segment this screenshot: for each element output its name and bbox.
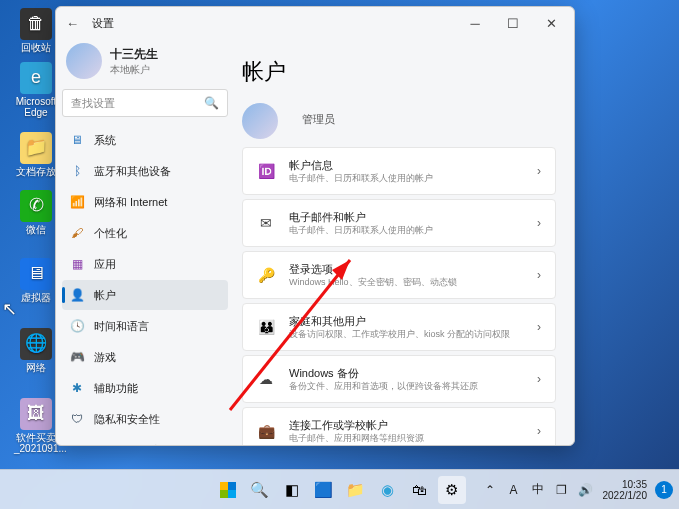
settings-card-0[interactable]: 🆔帐户信息电子邮件、日历和联系人使用的帐户› <box>242 147 556 195</box>
nav-item-7[interactable]: 🎮游戏 <box>62 342 228 372</box>
nav-icon: 👤 <box>70 288 84 302</box>
nav-icon: ᛒ <box>70 164 84 178</box>
search-icon: 🔍 <box>204 96 219 110</box>
nav-label: 系统 <box>94 133 116 148</box>
edge-taskbar[interactable]: ◉ <box>374 476 402 504</box>
clock[interactable]: 10:352022/1/20 <box>599 479 652 501</box>
main-panel: 帐户 管理员 🆔帐户信息电子邮件、日历和联系人使用的帐户›✉电子邮件和帐户电子邮… <box>236 39 574 445</box>
nav-icon: 🎮 <box>70 350 84 364</box>
nav-icon: 🖥 <box>70 133 84 147</box>
nav-item-6[interactable]: 🕓时间和语言 <box>62 311 228 341</box>
taskbar: 🔍 ◧ 🟦 📁 ◉ 🛍 ⚙ ⌃ A 中 ❐ 🔊 10:352022/1/20 1 <box>0 469 679 509</box>
sidebar: 十三先生 本地帐户 查找设置 🔍 🖥系统ᛒ蓝牙和其他设备📶网络和 Interne… <box>56 39 236 445</box>
start-button[interactable] <box>214 476 242 504</box>
card-icon: ☁ <box>257 371 275 387</box>
desktop-icon-recycle[interactable]: 🗑回收站 <box>14 8 58 53</box>
notification-badge[interactable]: 1 <box>655 481 673 499</box>
card-desc: Windows Hello、安全密钥、密码、动态锁 <box>289 277 523 288</box>
nav-icon: 🛡 <box>70 412 84 426</box>
page-title: 帐户 <box>242 57 556 87</box>
account-avatar <box>242 103 278 139</box>
desktop-icon-wechat[interactable]: ✆微信 <box>14 190 58 235</box>
desktop-icon-vm[interactable]: 🖥虚拟器 <box>14 258 58 303</box>
settings-card-2[interactable]: 🔑登录选项Windows Hello、安全密钥、密码、动态锁› <box>242 251 556 299</box>
maximize-button[interactable]: ☐ <box>494 9 532 37</box>
card-desc: 电子邮件、应用和网络等组织资源 <box>289 433 523 444</box>
desktop-icon-image[interactable]: 🖼软件买卖_2021091... <box>14 398 58 454</box>
widgets[interactable]: 🟦 <box>310 476 338 504</box>
nav-label: 个性化 <box>94 226 127 241</box>
settings-window: ← 设置 ─ ☐ ✕ 十三先生 本地帐户 查找设置 🔍 🖥系统ᛒ蓝牙和其他设备📶… <box>55 6 575 446</box>
tray-ime[interactable]: 中 <box>527 476 549 504</box>
card-title: 电子邮件和帐户 <box>289 210 523 225</box>
card-title: 登录选项 <box>289 262 523 277</box>
nav-label: 网络和 Internet <box>94 195 167 210</box>
chevron-right-icon: › <box>537 372 541 386</box>
card-icon: 👪 <box>257 319 275 335</box>
nav-item-8[interactable]: ✱辅助功能 <box>62 373 228 403</box>
card-icon: ✉ <box>257 215 275 231</box>
card-desc: 备份文件、应用和首选项，以便跨设备将其还原 <box>289 381 523 392</box>
card-title: 帐户信息 <box>289 158 523 173</box>
nav-icon: 📶 <box>70 195 84 209</box>
nav-item-10[interactable]: ⟳Windows 更新 <box>62 435 228 445</box>
nav-item-1[interactable]: ᛒ蓝牙和其他设备 <box>62 156 228 186</box>
settings-card-5[interactable]: 💼连接工作或学校帐户电子邮件、应用和网络等组织资源› <box>242 407 556 445</box>
taskbar-search[interactable]: 🔍 <box>246 476 274 504</box>
nav-label: 时间和语言 <box>94 319 149 334</box>
nav-item-3[interactable]: 🖌个性化 <box>62 218 228 248</box>
profile-block[interactable]: 十三先生 本地帐户 <box>62 43 228 79</box>
nav-item-0[interactable]: 🖥系统 <box>62 125 228 155</box>
file-explorer[interactable]: 📁 <box>342 476 370 504</box>
settings-card-1[interactable]: ✉电子邮件和帐户电子邮件、日历和联系人使用的帐户› <box>242 199 556 247</box>
desktop-icon-network[interactable]: 🌐网络 <box>14 328 58 373</box>
tray-overflow[interactable]: ⌃ <box>479 476 501 504</box>
store[interactable]: 🛍 <box>406 476 434 504</box>
minimize-button[interactable]: ─ <box>456 9 494 37</box>
settings-card-3[interactable]: 👪家庭和其他用户设备访问权限、工作或学校用户、kiosk 分配的访问权限› <box>242 303 556 351</box>
card-title: 家庭和其他用户 <box>289 314 523 329</box>
search-placeholder: 查找设置 <box>71 96 204 111</box>
settings-card-4[interactable]: ☁Windows 备份备份文件、应用和首选项，以便跨设备将其还原› <box>242 355 556 403</box>
card-icon: 💼 <box>257 423 275 439</box>
nav-item-9[interactable]: 🛡隐私和安全性 <box>62 404 228 434</box>
search-input[interactable]: 查找设置 🔍 <box>62 89 228 117</box>
window-content: 十三先生 本地帐户 查找设置 🔍 🖥系统ᛒ蓝牙和其他设备📶网络和 Interne… <box>56 39 574 445</box>
nav-label: 应用 <box>94 257 116 272</box>
nav-label: 辅助功能 <box>94 381 138 396</box>
desktop-icon-folder[interactable]: 📁文档存放 <box>14 132 58 177</box>
nav-icon: 🖌 <box>70 226 84 240</box>
task-view[interactable]: ◧ <box>278 476 306 504</box>
cursor-icon: ↖ <box>2 298 17 320</box>
account-header: 管理员 <box>242 97 556 129</box>
nav-item-5[interactable]: 👤帐户 <box>62 280 228 310</box>
nav-icon: ✱ <box>70 381 84 395</box>
profile-sub: 本地帐户 <box>110 63 158 77</box>
taskbar-center: 🔍 ◧ 🟦 📁 ◉ 🛍 ⚙ <box>214 476 466 504</box>
tray-lang[interactable]: A <box>503 476 525 504</box>
card-title: Windows 备份 <box>289 366 523 381</box>
chevron-right-icon: › <box>537 320 541 334</box>
tray-volume[interactable]: 🔊 <box>575 476 597 504</box>
nav-item-2[interactable]: 📶网络和 Internet <box>62 187 228 217</box>
card-desc: 设备访问权限、工作或学校用户、kiosk 分配的访问权限 <box>289 329 523 340</box>
card-icon: 🆔 <box>257 163 275 179</box>
nav-icon: ▦ <box>70 257 84 271</box>
chevron-right-icon: › <box>537 216 541 230</box>
nav-item-4[interactable]: ▦应用 <box>62 249 228 279</box>
chevron-right-icon: › <box>537 164 541 178</box>
settings-taskbar[interactable]: ⚙ <box>438 476 466 504</box>
back-button[interactable]: ← <box>66 16 86 31</box>
system-tray: ⌃ A 中 ❐ 🔊 10:352022/1/20 1 <box>479 476 674 504</box>
card-desc: 电子邮件、日历和联系人使用的帐户 <box>289 225 523 236</box>
nav-label: 游戏 <box>94 350 116 365</box>
avatar <box>66 43 102 79</box>
card-desc: 电子邮件、日历和联系人使用的帐户 <box>289 173 523 184</box>
window-title: 设置 <box>92 16 456 31</box>
card-icon: 🔑 <box>257 267 275 283</box>
close-button[interactable]: ✕ <box>532 9 570 37</box>
account-role: 管理员 <box>302 112 335 127</box>
tray-keyboard[interactable]: ❐ <box>551 476 573 504</box>
nav-label: 帐户 <box>94 288 116 303</box>
desktop-icon-edge[interactable]: eMicrosoft Edge <box>14 62 58 118</box>
